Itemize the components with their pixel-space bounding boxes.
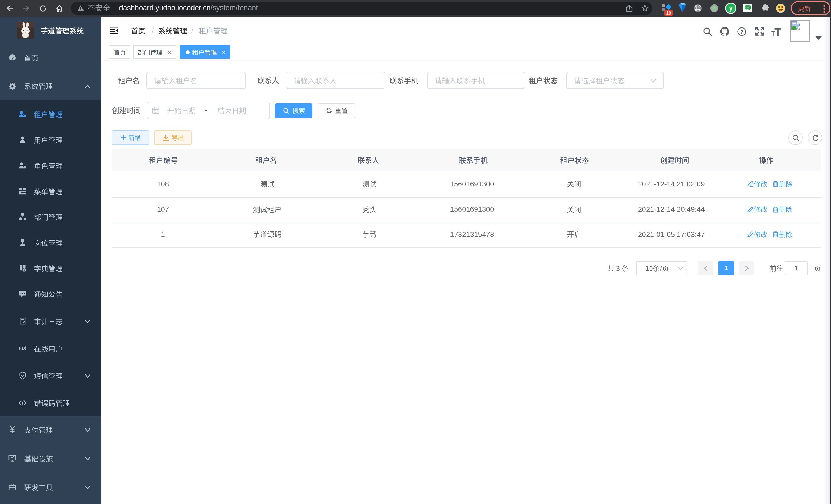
svg-text:T: T [774,26,781,36]
svg-text:?: ? [740,29,743,34]
svg-text:y: y [729,5,733,11]
svg-text:10: 10 [666,10,671,16]
svg-text:T: T [771,30,775,36]
